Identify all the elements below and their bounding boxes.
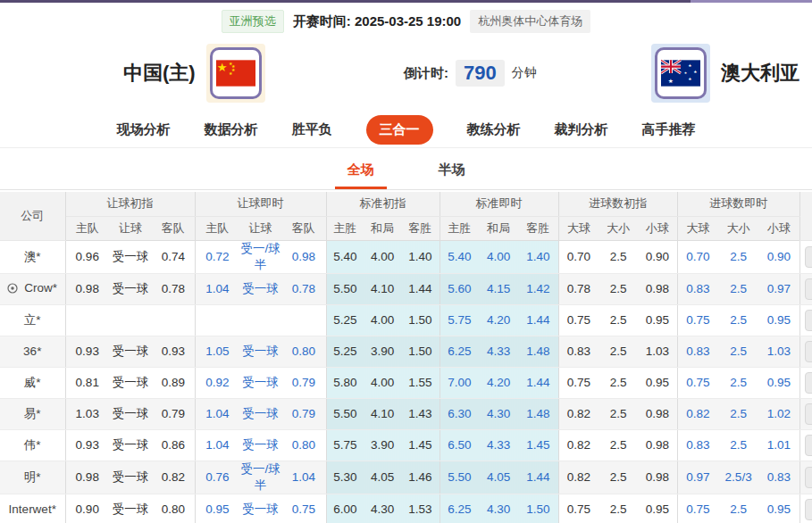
company-cell[interactable]: 伟* — [0, 429, 65, 461]
odds-cell: 1.48 — [518, 336, 558, 367]
company-cell[interactable]: 易* — [0, 398, 65, 429]
action-cell — [799, 398, 812, 429]
odds-cell: 受一球 — [239, 336, 281, 367]
odds-cell: 受一球 — [239, 494, 281, 523]
odds-cell: 受一球 — [109, 273, 152, 304]
odds-cell: 1.03 — [65, 398, 109, 429]
row-action-button[interactable] — [805, 310, 812, 331]
odds-cell: 受一球 — [239, 273, 281, 304]
odds-cell: 5.40 — [326, 240, 364, 273]
odds-cell: 0.80 — [281, 429, 326, 461]
subheader: 主队 — [195, 216, 239, 240]
odds-cell: 1.04 — [195, 429, 239, 461]
scope-tab-1[interactable]: 半场 — [426, 162, 478, 189]
odds-cell: 1.44 — [518, 461, 558, 494]
nav-tab-5[interactable]: 裁判分析 — [555, 121, 608, 138]
subheader: 小球 — [638, 216, 677, 240]
odds-cell: 0.95 — [758, 367, 799, 398]
column-header-actions — [799, 192, 812, 240]
odds-cell: 1.44 — [401, 273, 439, 304]
odds-cell: 1.50 — [518, 494, 558, 523]
nav-tab-6[interactable]: 高手推荐 — [642, 121, 696, 138]
odds-cell: 7.00 — [439, 367, 479, 398]
subheader: 主胜 — [439, 216, 479, 240]
odds-cell: 0.95 — [638, 494, 677, 523]
subheader: 主胜 — [326, 216, 364, 240]
odds-cell: 0.83 — [558, 336, 599, 367]
table-row: 伟* 0.93 受一球 0.86 1.04 受一球 0.80 5.75 3.90… — [0, 429, 812, 461]
odds-cell: 2.5 — [718, 367, 758, 398]
odds-cell: 0.93 — [65, 429, 109, 461]
company-cell[interactable]: 明* — [0, 461, 65, 494]
odds-cell: 4.00 — [364, 367, 401, 398]
svg-text:★: ★ — [688, 63, 691, 68]
odds-cell: 0.83 — [677, 429, 718, 461]
group-header-std-initial: 标准初指 — [326, 192, 439, 216]
odds-cell: 6.00 — [326, 494, 364, 523]
odds-cell: 2.5 — [599, 304, 638, 336]
svg-text:★: ★ — [684, 71, 688, 75]
odds-cell: 0.97 — [677, 461, 718, 494]
row-action-button[interactable] — [805, 246, 812, 268]
top-accent-line — [0, 0, 812, 3]
odds-cell — [152, 304, 195, 336]
row-action-button[interactable] — [805, 467, 812, 488]
odds-cell: 0.93 — [65, 336, 109, 367]
subheader: 小球 — [758, 216, 799, 240]
company-name: 易* — [24, 407, 41, 420]
nav-tab-4[interactable]: 教练分析 — [467, 121, 521, 138]
odds-cell: 2.5 — [718, 336, 758, 367]
odds-cell: 1.50 — [401, 304, 439, 336]
subheader: 大小 — [599, 216, 638, 240]
odds-cell: 1.04 — [195, 273, 239, 304]
odds-cell: 2.5 — [599, 398, 638, 429]
odds-cell: 5.50 — [326, 273, 364, 304]
odds-cell: 受一球 — [109, 494, 152, 523]
odds-cell: 2.5 — [718, 429, 758, 461]
odds-cell: 0.79 — [281, 367, 326, 398]
odds-cell: 4.33 — [479, 336, 518, 367]
group-header-std-live: 标准即时 — [439, 192, 558, 216]
nav-tab-2[interactable]: 胜平负 — [292, 121, 332, 138]
row-action-button[interactable] — [805, 278, 812, 300]
odds-cell: 1.46 — [401, 461, 439, 494]
action-cell — [799, 461, 812, 494]
nav-tab-1[interactable]: 数据分析 — [205, 121, 258, 138]
company-cell[interactable]: Interwet* — [0, 494, 65, 523]
odds-cell — [195, 304, 239, 336]
company-cell[interactable]: 36* — [0, 336, 65, 367]
countdown-value: 790 — [456, 60, 505, 87]
company-name: Crow* — [24, 281, 57, 295]
scope-tab-0[interactable]: 全场 — [335, 162, 387, 189]
row-action-button[interactable] — [805, 403, 812, 425]
odds-cell: 受一球 — [109, 367, 152, 398]
odds-cell: 0.80 — [152, 494, 195, 523]
company-cell[interactable]: 澳* — [0, 240, 65, 273]
subheader: 让球 — [239, 216, 281, 240]
away-team-name: 澳大利亚 — [721, 60, 799, 87]
odds-cell: 2.5 — [718, 273, 758, 304]
row-action-button[interactable] — [805, 372, 812, 394]
odds-cell: 1.43 — [401, 398, 439, 429]
odds-cell: 0.98 — [65, 461, 109, 494]
odds-cell: 0.70 — [677, 240, 718, 273]
odds-cell: 1.44 — [518, 304, 558, 336]
odds-cell: 1.03 — [758, 336, 799, 367]
table-row: 36* 0.93 受一球 0.93 1.05 受一球 0.80 5.25 3.9… — [0, 336, 812, 367]
row-action-button[interactable] — [805, 499, 812, 520]
odds-cell: 0.78 — [281, 273, 326, 304]
odds-cell: 受一球 — [239, 367, 281, 398]
company-cell[interactable]: Crow* — [0, 273, 65, 304]
odds-cell: 受一球 — [109, 461, 152, 494]
row-action-button[interactable] — [805, 435, 812, 456]
nav-tab-0[interactable]: 现场分析 — [117, 121, 171, 138]
nav-tab-3[interactable]: 三合一 — [366, 115, 433, 145]
company-cell[interactable]: 威* — [0, 367, 65, 398]
row-action-button[interactable] — [805, 341, 812, 362]
odds-cell: 1.02 — [758, 398, 799, 429]
odds-cell: 受一/球半 — [239, 461, 281, 494]
odds-cell: 0.97 — [758, 273, 799, 304]
odds-cell: 0.98 — [638, 398, 677, 429]
company-cell[interactable]: 立* — [0, 304, 65, 336]
odds-cell: 4.30 — [479, 398, 518, 429]
